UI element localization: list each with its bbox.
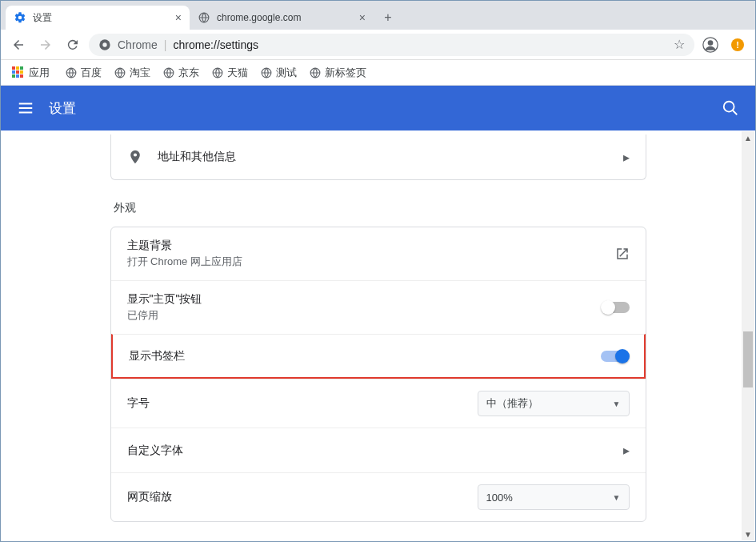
custom-fonts-label: 自定义字体 bbox=[127, 444, 623, 458]
home-button-toggle[interactable] bbox=[602, 302, 630, 313]
bookmark-label: 测试 bbox=[276, 66, 297, 80]
svg-point-11 bbox=[724, 102, 734, 112]
caret-down-icon: ▼ bbox=[613, 493, 621, 502]
addresses-card: 地址和其他信息 ▸ bbox=[110, 134, 646, 180]
font-size-row: 字号 中（推荐） ▼ bbox=[111, 379, 646, 428]
menu-icon[interactable] bbox=[17, 99, 34, 117]
appearance-card: 主题背景 打开 Chrome 网上应用店 显示"主页"按钮 已停用 显示书签栏 bbox=[110, 227, 646, 522]
settings-content: ▲ ▼ 地址和其他信息 ▸ 外观 主题背景 打开 Chrome 网上应用店 bbox=[2, 131, 754, 540]
tab-settings[interactable]: 设置 × bbox=[6, 6, 190, 30]
bookmark-label: 天猫 bbox=[227, 66, 248, 80]
new-tab-button[interactable]: + bbox=[377, 6, 399, 29]
globe-icon bbox=[66, 67, 77, 78]
forward-button[interactable] bbox=[34, 34, 57, 56]
reload-button[interactable] bbox=[62, 34, 84, 56]
bookmark-label: 淘宝 bbox=[130, 66, 150, 80]
globe-icon bbox=[212, 67, 223, 78]
theme-sublabel: 打开 Chrome 网上应用店 bbox=[127, 255, 615, 269]
font-size-value: 中（推荐） bbox=[486, 396, 538, 411]
addresses-label: 地址和其他信息 bbox=[158, 150, 623, 164]
svg-point-2 bbox=[102, 42, 106, 46]
globe-icon bbox=[163, 67, 174, 78]
addresses-row[interactable]: 地址和其他信息 ▸ bbox=[111, 134, 646, 179]
location-pin-icon bbox=[127, 149, 143, 165]
bookmark-item[interactable]: 淘宝 bbox=[110, 63, 155, 82]
chrome-icon bbox=[98, 38, 111, 51]
back-button[interactable] bbox=[7, 34, 30, 56]
search-icon[interactable] bbox=[722, 99, 739, 117]
bookmark-item[interactable]: 新标签页 bbox=[305, 63, 371, 82]
scrollbar-thumb[interactable] bbox=[743, 331, 753, 387]
apps-label: 应用 bbox=[29, 66, 50, 80]
theme-label: 主题背景 bbox=[127, 239, 615, 253]
browser-alert-button[interactable]: ! bbox=[726, 34, 749, 56]
bookmark-item[interactable]: 测试 bbox=[256, 63, 302, 82]
bookmark-label: 百度 bbox=[81, 66, 102, 80]
chevron-right-icon: ▸ bbox=[623, 150, 630, 165]
bookmark-item[interactable]: 百度 bbox=[61, 63, 106, 82]
caret-down-icon: ▼ bbox=[613, 399, 621, 408]
globe-icon bbox=[198, 11, 210, 24]
bookmark-item[interactable]: 京东 bbox=[158, 63, 204, 82]
scroll-down-icon[interactable]: ▼ bbox=[742, 528, 754, 540]
font-size-select[interactable]: 中（推荐） ▼ bbox=[478, 391, 630, 416]
globe-icon bbox=[261, 67, 272, 78]
page-zoom-label: 网页缩放 bbox=[127, 490, 478, 504]
theme-row[interactable]: 主题背景 打开 Chrome 网上应用店 bbox=[111, 227, 646, 280]
settings-title: 设置 bbox=[49, 99, 76, 118]
chevron-right-icon: ▸ bbox=[623, 443, 630, 458]
custom-fonts-row[interactable]: 自定义字体 ▸ bbox=[111, 428, 646, 472]
svg-line-12 bbox=[733, 110, 738, 115]
home-button-row[interactable]: 显示"主页"按钮 已停用 bbox=[111, 280, 646, 334]
url-separator: | bbox=[164, 38, 167, 51]
page-zoom-value: 100% bbox=[486, 492, 513, 504]
open-external-icon bbox=[615, 247, 630, 261]
page-zoom-select[interactable]: 100% ▼ bbox=[478, 484, 630, 510]
show-bookmarks-bar-toggle[interactable] bbox=[601, 351, 628, 362]
url-path: chrome://settings bbox=[173, 38, 258, 51]
bookmark-item[interactable]: 天猫 bbox=[207, 63, 253, 82]
settings-header: 设置 bbox=[1, 86, 755, 130]
show-bookmarks-bar-row[interactable]: 显示书签栏 bbox=[111, 334, 646, 379]
browser-toolbar: Chrome | chrome://settings ☆ ! bbox=[1, 30, 755, 60]
show-bookmarks-bar-label: 显示书签栏 bbox=[129, 349, 601, 363]
globe-icon bbox=[114, 67, 126, 78]
bookmark-label: 京东 bbox=[178, 66, 199, 80]
tab-strip: 设置 × chrome.google.com × + bbox=[1, 1, 755, 30]
profile-avatar-button[interactable] bbox=[699, 34, 722, 56]
tab-label: 设置 bbox=[33, 11, 52, 25]
tab-close-icon[interactable]: × bbox=[359, 11, 366, 24]
bookmark-label: 新标签页 bbox=[325, 66, 366, 80]
gear-icon bbox=[14, 11, 26, 24]
section-appearance-title: 外观 bbox=[114, 201, 643, 215]
svg-point-4 bbox=[708, 40, 714, 46]
alert-badge-icon: ! bbox=[731, 38, 744, 51]
apps-grid-icon bbox=[12, 66, 25, 79]
globe-icon bbox=[310, 67, 321, 78]
bookmark-star-icon[interactable]: ☆ bbox=[674, 37, 685, 52]
tab-label: chrome.google.com bbox=[217, 12, 301, 23]
page-zoom-row: 网页缩放 100% ▼ bbox=[111, 472, 646, 521]
scrollbar[interactable]: ▲ ▼ bbox=[742, 131, 754, 540]
font-size-label: 字号 bbox=[127, 396, 478, 411]
home-button-sublabel: 已停用 bbox=[127, 308, 602, 323]
address-bar[interactable]: Chrome | chrome://settings ☆ bbox=[89, 34, 694, 56]
scroll-up-icon[interactable]: ▲ bbox=[742, 131, 754, 144]
apps-shortcut[interactable]: 应用 bbox=[7, 63, 54, 82]
bookmarks-bar: 应用 百度淘宝京东天猫测试新标签页 bbox=[1, 60, 755, 86]
url-scheme-label: Chrome bbox=[118, 38, 158, 51]
tab-chrome-webstore[interactable]: chrome.google.com × bbox=[190, 6, 374, 30]
home-button-label: 显示"主页"按钮 bbox=[127, 292, 602, 307]
tab-close-icon[interactable]: × bbox=[175, 11, 182, 24]
